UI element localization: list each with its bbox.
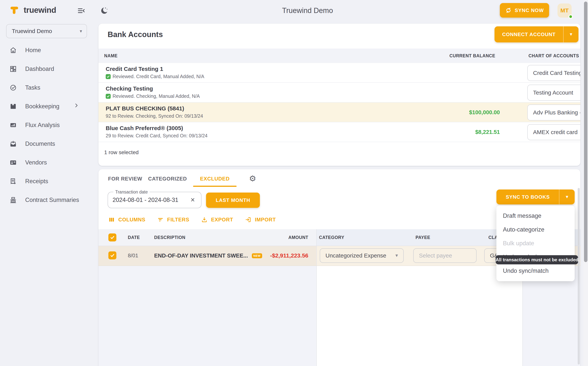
chevron-right-icon [74, 103, 81, 110]
sidebar-item-dashboard[interactable]: Dashboard [0, 60, 96, 78]
filters-button[interactable]: FILTERS [157, 215, 189, 225]
chevron-down-icon: ▼ [391, 253, 399, 258]
current-balance: $100,000.00 [469, 103, 500, 122]
collapse-sidebar-icon[interactable] [77, 7, 86, 15]
menu-item-draft-message[interactable]: Draft message [496, 209, 575, 223]
account-name: Blue Cash Preferred® (3005) [106, 125, 183, 131]
vendors-icon [9, 159, 17, 166]
table-row-selected[interactable]: PLAT BUS CHECKING (5841) 92 to Review. C… [98, 103, 580, 122]
avatar[interactable]: MT [558, 3, 572, 18]
row-checkbox[interactable] [108, 252, 116, 259]
connect-account-caret[interactable]: ▼ [564, 26, 579, 42]
brand: truewind [9, 5, 56, 15]
avatar-initials: MT [560, 7, 569, 14]
category-value: Uncategorized Expense [325, 252, 386, 259]
columns-button[interactable]: COLUMNS [108, 215, 145, 225]
column-header-chart-of-accounts: CHART OF ACCOUNTS [529, 48, 579, 63]
account-name: Checking Testing [106, 85, 153, 92]
account-name: PLAT BUS CHECKING (5841) [106, 105, 184, 112]
bank-accounts-card: Bank Accounts CONNECT ACCOUNT ▼ NAME CUR… [98, 24, 580, 166]
sync-now-label: SYNC NOW [515, 8, 544, 13]
sidebar-item-label: Home [25, 47, 41, 54]
export-button[interactable]: EXPORT [201, 215, 233, 225]
chart-of-accounts-select[interactable]: Credit Card Testing [527, 65, 580, 81]
import-label: IMPORT [255, 217, 276, 223]
menu-item-auto-categorize[interactable]: Auto-categorize [496, 223, 575, 236]
receipts-icon [9, 178, 17, 185]
sync-to-books-menu: Draft message Auto-categorize Bulk updat… [496, 206, 575, 281]
columns-icon [108, 216, 115, 223]
chart-of-accounts-select[interactable]: Testing Account [527, 85, 580, 101]
bank-accounts-title: Bank Accounts [108, 28, 163, 40]
column-header-description: DESCRIPTION [154, 229, 185, 246]
new-badge: NEW [252, 253, 262, 258]
sidebar-item-documents[interactable]: Documents [0, 135, 96, 153]
chart-of-accounts-select[interactable]: AMEX credit card [527, 124, 580, 140]
connect-account-button[interactable]: CONNECT ACCOUNT ▼ [494, 26, 579, 42]
table-empty-area-middle [316, 266, 522, 366]
account-status: Reviewed. Checking, Manual Added, N/A [106, 93, 200, 99]
sidebar-item-flux-analysis[interactable]: Flux Analysis [0, 116, 96, 135]
sidebar-item-vendors[interactable]: Vendors [0, 153, 96, 172]
table-row[interactable]: Blue Cash Preferred® (3005) 29 to Review… [98, 122, 580, 142]
tab-excluded[interactable]: EXCLUDED [193, 173, 236, 187]
column-header-name: NAME [104, 48, 118, 63]
page-scrollbar-track [583, 0, 588, 366]
sidebar-item-bookkeeping[interactable]: Bookkeeping [0, 97, 96, 116]
account-status-text: Reviewed. Checking, Manual Added, N/A [113, 93, 200, 99]
bookkeeping-icon [9, 103, 17, 110]
chart-of-accounts-select[interactable]: Adv Plus Banking - [527, 105, 580, 121]
table-row[interactable]: Checking Testing Reviewed. Checking, Man… [98, 83, 580, 102]
sidebar-item-receipts[interactable]: Receipts [0, 172, 96, 191]
sync-to-books-button[interactable]: SYNC TO BOOKS ▼ [496, 190, 575, 204]
payee-input[interactable] [413, 248, 477, 263]
account-name: Credit Card Testing 1 [106, 66, 163, 72]
inner-scrollbar[interactable] [578, 188, 580, 365]
gear-icon[interactable]: ⚙ [247, 173, 258, 184]
filters-label: FILTERS [167, 217, 189, 223]
select-all-checkbox[interactable] [108, 233, 116, 241]
account-status-text: 29 to Review. Credit Card, Synced On: 09… [106, 133, 208, 138]
tab-for-review[interactable]: FOR REVIEW [108, 173, 143, 187]
sidebar-item-label: Documents [25, 140, 55, 147]
workspace-name: Truewind Demo [12, 28, 52, 34]
transaction-date: 8/01 [128, 246, 138, 266]
account-status: 92 to Review. Checking, Synced On: 09/13… [106, 113, 203, 119]
tooltip: All transactions must not be excluded. [496, 255, 578, 264]
page-scrollbar-thumb[interactable] [584, 1, 588, 262]
sidebar-item-tasks[interactable]: Tasks [0, 78, 96, 97]
active-tab-indicator [193, 186, 236, 187]
filters-icon [157, 216, 164, 223]
sync-to-books-caret[interactable]: ▼ [559, 190, 575, 204]
bank-rows: Credit Card Testing 1 Reviewed. Credit C… [98, 63, 580, 142]
sidebar-item-label: Vendors [25, 159, 47, 166]
column-divider [316, 229, 317, 366]
sync-now-button[interactable]: SYNC NOW [500, 3, 549, 18]
rows-selected-status: 1 row selected [104, 147, 139, 158]
dashboard-icon [9, 65, 17, 73]
tab-categorized[interactable]: CATEGORIZED [148, 173, 187, 187]
transaction-date-field: Transaction date × [108, 192, 201, 208]
sidebar-item-contract-summaries[interactable]: Contract Summaries [0, 191, 96, 209]
menu-item-undo-sync-match[interactable]: Undo sync/match [496, 264, 575, 278]
clear-date-icon[interactable]: × [188, 195, 197, 204]
transaction-date-input[interactable] [113, 192, 185, 208]
category-select[interactable]: Uncategorized Expense ▼ [320, 248, 404, 263]
bank-table-header: NAME CURRENT BALANCE CHART OF ACCOUNTS [98, 48, 580, 63]
table-row[interactable]: Credit Card Testing 1 Reviewed. Credit C… [98, 63, 580, 83]
last-month-button[interactable]: LAST MONTH [206, 192, 260, 208]
table-empty-area-left [98, 266, 316, 366]
app-root: truewind Truewind Demo SYNC NOW [0, 0, 588, 366]
sidebar-item-home[interactable]: Home [0, 41, 96, 60]
sidebar-item-label: Flux Analysis [25, 122, 60, 129]
menu-item-bulk-update: Bulk update [496, 236, 575, 250]
import-button[interactable]: IMPORT [245, 215, 276, 225]
sidebar-item-label: Contract Summaries [25, 197, 79, 203]
dark-mode-icon[interactable] [100, 7, 108, 15]
top-bar: truewind Truewind Demo SYNC NOW [0, 0, 588, 21]
export-label: EXPORT [211, 217, 233, 223]
workspace-selector[interactable]: Truewind Demo ▾ [6, 24, 87, 38]
sidebar-nav: Home Dashboard Tasks Bookkeeping [0, 41, 96, 209]
check-icon [110, 253, 115, 258]
home-icon [9, 47, 17, 54]
